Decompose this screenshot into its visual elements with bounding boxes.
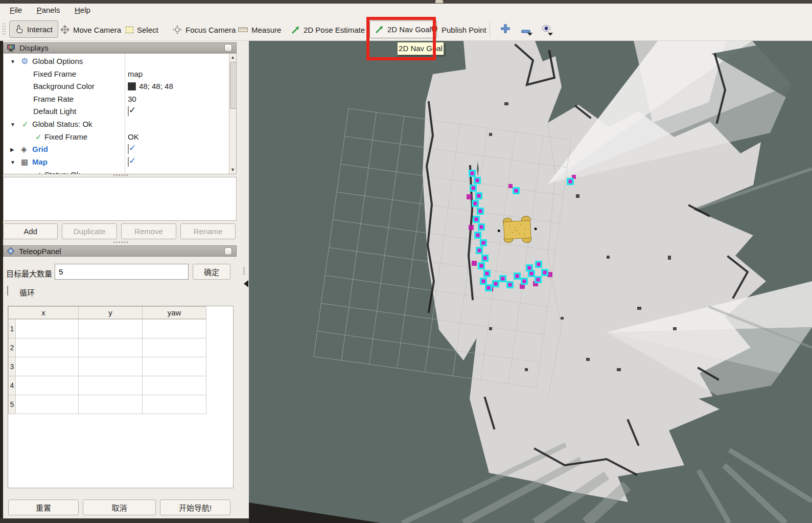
map-checkbox[interactable]: ✓ [128, 157, 129, 167]
cell-3-yaw[interactable] [142, 357, 206, 376]
tree-row-frame-rate[interactable]: Frame Rate 30 [4, 94, 229, 106]
loop-label: 循环 [19, 287, 35, 298]
waypoint-table[interactable]: x y yaw 1 2 3 4 5 [8, 306, 234, 488]
scrollbar-thumb[interactable] [230, 62, 237, 109]
cell-2-x[interactable] [15, 338, 79, 357]
move-camera-icon [60, 25, 69, 34]
menu-help[interactable]: Help [72, 5, 93, 15]
cell-5-x[interactable] [15, 395, 79, 414]
tree-row-fixed-frame-status[interactable]: ✓ Fixed Frame OK [4, 131, 229, 144]
tree-row-default-light[interactable]: Default Light ✓ [4, 106, 229, 118]
move-camera-tool[interactable]: Move Camera [60, 24, 121, 35]
hand-pointer-icon [15, 25, 24, 34]
toolbar-drag-handle[interactable] [2, 22, 6, 36]
loop-checkbox[interactable] [7, 286, 8, 295]
cell-3-y[interactable] [78, 357, 143, 376]
column-header-yaw[interactable]: yaw [142, 306, 206, 319]
cell-5-y[interactable] [78, 395, 143, 414]
interact-tool-button[interactable]: Interact [9, 20, 58, 38]
desktop-edge-bottom [0, 518, 249, 523]
scroll-up-icon[interactable]: ▲ [230, 55, 235, 60]
cell-3-x[interactable] [15, 357, 79, 376]
row-label: Background Color [33, 82, 95, 90]
cell-1-y[interactable] [78, 319, 143, 338]
measure-tool[interactable]: Measure [238, 24, 281, 35]
render-view[interactable] [249, 41, 812, 523]
cell-2-y[interactable] [78, 338, 143, 357]
cell-1-x[interactable] [15, 319, 79, 338]
visibility-tool-dropdown[interactable] [548, 33, 553, 36]
cancel-button[interactable]: 取消 [83, 499, 156, 515]
row-label: Status: Ok [44, 170, 80, 174]
fixed-frame-value[interactable]: map [128, 70, 143, 78]
expanded-arrow-icon[interactable]: ▼ [10, 160, 15, 165]
cell-4-y[interactable] [78, 376, 143, 395]
grid-checkbox[interactable]: ✓ [128, 144, 129, 154]
collapsed-arrow-icon[interactable]: ▶ [10, 147, 14, 152]
row-header-5[interactable]: 5 [8, 395, 16, 414]
reset-button[interactable]: 重置 [8, 499, 79, 515]
add-display-button[interactable]: Add [3, 223, 58, 239]
row-header-1[interactable]: 1 [8, 319, 16, 338]
display-description-box [3, 177, 237, 221]
teleop-panel-float-button[interactable] [224, 247, 232, 255]
row-header-2[interactable]: 2 [8, 338, 16, 357]
tree-row-global-options[interactable]: ▼ ⚙ Global Options [4, 56, 229, 68]
row-header-4[interactable]: 4 [8, 376, 16, 395]
move-camera-label: Move Camera [73, 26, 121, 34]
fixed-frame-status-value: OK [128, 132, 139, 141]
background-color-value[interactable]: 48; 48; 48 [139, 82, 173, 90]
remove-display-button[interactable]: Remove [121, 223, 176, 239]
tree-row-map[interactable]: ▼ ▦ Map ✓ [4, 156, 229, 169]
frame-rate-value[interactable]: 30 [128, 95, 136, 103]
tree-row-global-status[interactable]: ▼ ✓ Global Status: Ok [4, 119, 229, 131]
focus-camera-tool[interactable]: Focus Camera [173, 24, 236, 35]
add-tool-button[interactable] [501, 24, 510, 35]
select-tool[interactable]: Select [126, 24, 158, 35]
menu-panels[interactable]: Panels [34, 5, 63, 15]
duplicate-display-button[interactable]: Duplicate [62, 223, 117, 239]
splitter-handle[interactable]: •••••• [113, 240, 129, 245]
panel-diamond-icon [7, 247, 15, 255]
row-label: Fixed Frame [44, 132, 87, 141]
tree-row-grid[interactable]: ▶ ◈ Grid ✓ [4, 144, 229, 156]
check-icon: ✓ [129, 143, 136, 153]
cell-2-yaw[interactable] [142, 338, 206, 357]
collapsed-arrow-icon[interactable]: ▶ [22, 172, 26, 174]
remove-tool-dropdown[interactable] [527, 33, 532, 36]
focus-camera-label: Focus Camera [185, 26, 236, 34]
cell-4-yaw[interactable] [142, 376, 206, 395]
status-ok-check-icon: ✓ [35, 170, 42, 174]
scroll-down-icon[interactable]: ▼ [230, 167, 235, 172]
tree-row-background-color[interactable]: Background Color 48; 48; 48 [4, 81, 229, 93]
collapse-panel-arrow[interactable] [244, 280, 248, 287]
menubar: File Panels Help [0, 4, 812, 17]
column-header-x[interactable]: x [8, 306, 79, 319]
default-light-checkbox[interactable]: ✓ [128, 106, 129, 116]
panel-splitter-handle[interactable]: •••• [241, 267, 246, 276]
cell-4-x[interactable] [15, 376, 79, 395]
tree-row-fixed-frame[interactable]: Fixed Frame map [4, 69, 229, 81]
start-navigation-label: 开始导航! [179, 502, 212, 513]
color-swatch[interactable] [128, 82, 136, 90]
displays-tree[interactable]: ▼ ⚙ Global Options Fixed Frame map Backg… [3, 53, 237, 174]
expanded-arrow-icon[interactable]: ▼ [10, 122, 15, 127]
teleop-panel-header[interactable]: TeleopPanel [3, 245, 237, 257]
check-icon: ✓ [129, 155, 136, 166]
rename-display-button[interactable]: Rename [180, 223, 236, 239]
goal-max-count-input[interactable] [55, 264, 189, 280]
menu-file[interactable]: File [7, 5, 25, 15]
cell-1-yaw[interactable] [142, 319, 206, 338]
publish-point-tool[interactable]: Publish Point [431, 24, 486, 35]
displays-panel-header[interactable]: Displays [3, 42, 237, 53]
column-header-y[interactable]: y [78, 306, 143, 319]
confirm-label: 确定 [204, 266, 219, 277]
cell-5-yaw[interactable] [142, 395, 206, 414]
expanded-arrow-icon[interactable]: ▼ [10, 59, 15, 64]
row-header-3[interactable]: 3 [8, 357, 16, 376]
displays-panel-float-button[interactable] [224, 44, 232, 52]
confirm-button[interactable]: 确定 [193, 264, 230, 280]
pose-estimate-tool[interactable]: 2D Pose Estimate [291, 24, 365, 35]
tree-scrollbar[interactable]: ▲ ▼ [229, 54, 237, 174]
start-navigation-button[interactable]: 开始导航! [160, 499, 230, 515]
